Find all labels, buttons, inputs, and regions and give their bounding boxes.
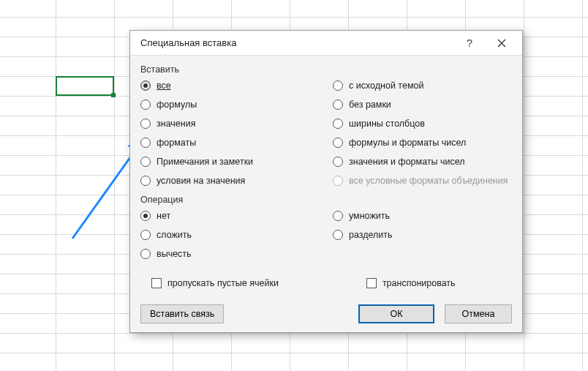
checkbox-icon bbox=[366, 278, 377, 288]
dialog-titlebar: Специальная вставка ? bbox=[130, 31, 522, 56]
radio-paste-values-numfmt[interactable]: значения и форматы чисел bbox=[333, 155, 512, 168]
radio-op-divide[interactable]: разделить bbox=[333, 228, 512, 241]
dialog-title: Специальная вставка bbox=[140, 37, 453, 48]
radio-paste-source-theme[interactable]: с исходной темой bbox=[333, 79, 512, 92]
radio-op-add[interactable]: сложить bbox=[140, 228, 320, 241]
radio-icon bbox=[333, 138, 343, 148]
help-icon: ? bbox=[467, 37, 472, 49]
operation-group-label: Операция bbox=[140, 195, 512, 205]
radio-icon bbox=[140, 249, 151, 259]
radio-paste-formulas[interactable]: формулы bbox=[140, 98, 320, 111]
radio-icon bbox=[140, 119, 151, 129]
radio-icon bbox=[140, 100, 151, 110]
radio-paste-formulas-numfmt[interactable]: формулы и форматы чисел bbox=[333, 136, 512, 149]
close-icon bbox=[497, 39, 506, 48]
cancel-button[interactable]: Отмена bbox=[445, 304, 512, 323]
checkbox-skip-blanks[interactable]: пропускать пустые ячейки bbox=[151, 277, 279, 290]
radio-op-subtract[interactable]: вычесть bbox=[140, 247, 320, 261]
radio-icon bbox=[140, 230, 151, 240]
radio-icon bbox=[140, 211, 151, 221]
paste-link-button[interactable]: Вставить связь bbox=[140, 304, 224, 323]
radio-paste-formats[interactable]: форматы bbox=[140, 136, 320, 149]
dialog-button-bar: Вставить связь ОК Отмена bbox=[140, 301, 512, 323]
radio-icon bbox=[333, 157, 343, 167]
ok-button[interactable]: ОК bbox=[358, 304, 434, 323]
radio-paste-col-widths[interactable]: ширины столбцов bbox=[333, 117, 512, 130]
radio-icon bbox=[140, 80, 151, 91]
selected-cell[interactable] bbox=[56, 76, 114, 96]
radio-op-none[interactable]: нет bbox=[140, 209, 320, 222]
radio-paste-validation[interactable]: условия на значения bbox=[140, 174, 320, 187]
checkbox-transpose[interactable]: транспонировать bbox=[366, 277, 456, 290]
radio-icon bbox=[333, 80, 343, 91]
paste-special-dialog: Специальная вставка ? Вставить все форму… bbox=[129, 30, 523, 333]
radio-icon bbox=[333, 176, 343, 186]
radio-op-multiply[interactable]: умножить bbox=[333, 209, 512, 222]
radio-paste-comments[interactable]: Примечания и заметки bbox=[140, 155, 320, 168]
close-button[interactable] bbox=[486, 33, 518, 53]
checkbox-icon bbox=[151, 278, 162, 288]
radio-icon bbox=[333, 119, 343, 129]
radio-paste-all[interactable]: все bbox=[140, 79, 320, 92]
help-button[interactable]: ? bbox=[453, 33, 486, 53]
radio-paste-values[interactable]: значения bbox=[140, 117, 320, 130]
operation-options: нет сложить вычесть умножить р bbox=[140, 209, 512, 261]
radio-icon bbox=[333, 230, 343, 240]
radio-paste-all-conditional: все условные форматы объединения bbox=[333, 174, 512, 187]
paste-options: все формулы значения форматы Примечания … bbox=[140, 79, 512, 187]
radio-paste-no-borders[interactable]: без рамки bbox=[333, 98, 512, 111]
radio-icon bbox=[333, 211, 343, 221]
radio-icon bbox=[333, 100, 343, 110]
radio-icon bbox=[140, 176, 151, 186]
paste-group-label: Вставить bbox=[140, 64, 512, 75]
radio-icon bbox=[140, 157, 151, 167]
radio-icon bbox=[140, 138, 151, 148]
checkbox-row: пропускать пустые ячейки транспонировать bbox=[140, 277, 512, 290]
